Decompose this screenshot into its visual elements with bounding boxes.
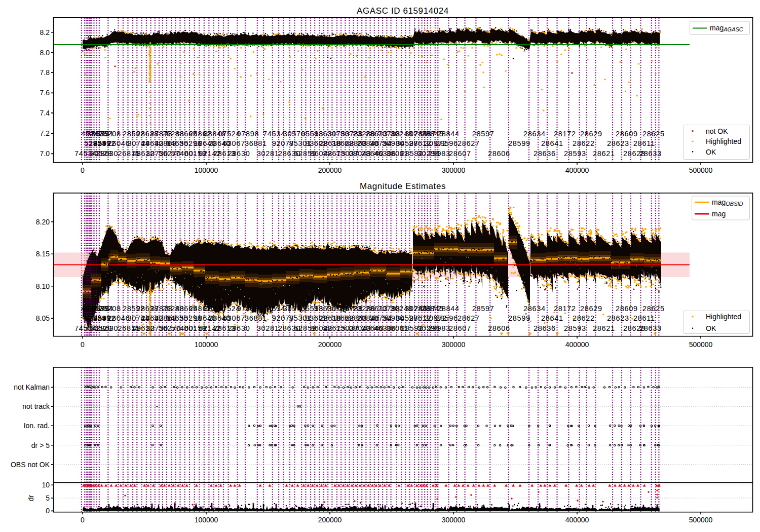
svg-text:8.2: 8.2 (40, 28, 50, 36)
svg-text:100000: 100000 (195, 516, 218, 524)
svg-text:500000: 500000 (689, 340, 713, 349)
svg-text:29983: 29983 (428, 149, 450, 158)
svg-text:Highlighted: Highlighted (706, 313, 741, 321)
svg-text:28172: 28172 (554, 305, 576, 313)
svg-text:not Kalman: not Kalman (14, 383, 50, 391)
svg-text:74534: 74534 (263, 305, 285, 313)
svg-text:Magnitude Estimates: Magnitude Estimates (360, 181, 446, 191)
svg-text:28627: 28627 (458, 139, 480, 147)
svg-text:28634: 28634 (523, 130, 546, 138)
svg-text:36881: 36881 (245, 139, 267, 147)
svg-text:97898: 97898 (237, 305, 259, 313)
svg-text:28634: 28634 (523, 305, 546, 313)
svg-text:Highlighted: Highlighted (706, 137, 741, 145)
svg-text:28596: 28596 (436, 139, 458, 147)
svg-text:8.05: 8.05 (36, 314, 50, 322)
svg-text:63067: 63067 (223, 314, 245, 322)
svg-text:28621: 28621 (593, 149, 615, 158)
svg-text:OBS not OK: OBS not OK (11, 461, 50, 469)
svg-text:74534: 74534 (263, 130, 285, 138)
svg-text:300000: 300000 (442, 516, 466, 524)
svg-text:36881: 36881 (245, 314, 267, 322)
svg-text:5: 5 (46, 494, 50, 502)
svg-text:28622: 28622 (573, 139, 595, 147)
svg-text:28636: 28636 (534, 149, 556, 158)
svg-text:28633: 28633 (639, 149, 662, 158)
svg-text:28630: 28630 (96, 149, 119, 158)
svg-text:8.10: 8.10 (36, 282, 50, 290)
svg-text:26046: 26046 (107, 314, 130, 322)
svg-text:0: 0 (81, 340, 85, 349)
svg-text:300000: 300000 (442, 166, 466, 174)
svg-text:26046: 26046 (107, 139, 130, 147)
svg-text:28627: 28627 (458, 314, 480, 322)
svg-text:28607: 28607 (449, 324, 471, 332)
svg-text:28611: 28611 (633, 314, 655, 322)
svg-text:28623: 28623 (607, 139, 629, 147)
svg-text:8.0: 8.0 (40, 49, 50, 57)
svg-text:28606: 28606 (488, 324, 510, 332)
svg-text:0: 0 (46, 507, 50, 515)
svg-text:28599: 28599 (508, 314, 530, 322)
svg-text:400000: 400000 (565, 166, 589, 174)
svg-text:28593: 28593 (564, 149, 586, 158)
svg-text:28609: 28609 (616, 130, 638, 138)
svg-text:7.2: 7.2 (40, 129, 50, 137)
svg-text:400000: 400000 (565, 516, 589, 524)
svg-text:63067: 63067 (223, 139, 245, 147)
svg-text:AGASC ID 615914024: AGASC ID 615914024 (357, 6, 449, 16)
svg-text:30281: 30281 (257, 324, 279, 332)
svg-text:200000: 200000 (318, 516, 342, 524)
svg-text:OK: OK (706, 148, 716, 156)
svg-text:28629: 28629 (580, 305, 602, 313)
svg-text:200000: 200000 (318, 340, 342, 349)
svg-text:28609: 28609 (616, 305, 638, 313)
svg-text:28593: 28593 (564, 324, 586, 332)
svg-text:10: 10 (42, 481, 50, 489)
svg-text:28623: 28623 (607, 314, 629, 322)
svg-text:28630: 28630 (96, 324, 119, 332)
svg-text:28630: 28630 (228, 149, 250, 158)
svg-text:mag: mag (712, 210, 726, 218)
svg-text:26208: 26208 (99, 130, 121, 138)
svg-text:28629: 28629 (580, 130, 602, 138)
svg-text:28597: 28597 (472, 305, 495, 313)
svg-text:28599: 28599 (508, 139, 530, 147)
svg-text:300000: 300000 (442, 340, 466, 349)
svg-text:500000: 500000 (689, 516, 713, 524)
svg-text:7.0: 7.0 (40, 149, 50, 158)
svg-text:dr > 5: dr > 5 (31, 441, 50, 449)
svg-text:not OK: not OK (706, 127, 728, 135)
svg-text:8.20: 8.20 (36, 218, 50, 226)
svg-text:dr: dr (27, 495, 35, 501)
svg-text:28611: 28611 (633, 139, 655, 147)
svg-text:28844: 28844 (437, 305, 460, 313)
svg-text:28641: 28641 (541, 314, 563, 322)
svg-text:500000: 500000 (689, 166, 713, 174)
svg-text:28172: 28172 (554, 130, 576, 138)
svg-text:28641: 28641 (541, 139, 563, 147)
svg-text:100000: 100000 (195, 166, 218, 174)
svg-text:OK: OK (706, 324, 716, 332)
svg-text:7.4: 7.4 (40, 109, 50, 117)
svg-text:0: 0 (81, 166, 85, 174)
svg-text:28607: 28607 (449, 149, 471, 158)
svg-text:30281: 30281 (257, 149, 279, 158)
svg-text:28606: 28606 (488, 149, 510, 158)
svg-text:28597: 28597 (472, 130, 495, 138)
svg-text:28636: 28636 (534, 324, 556, 332)
svg-text:7.8: 7.8 (40, 68, 50, 77)
svg-text:8.15: 8.15 (36, 250, 50, 258)
svg-text:28622: 28622 (573, 314, 595, 322)
svg-text:28844: 28844 (437, 130, 460, 138)
svg-text:28625: 28625 (642, 305, 665, 313)
svg-text:100000: 100000 (195, 340, 218, 349)
svg-text:28633: 28633 (639, 324, 662, 332)
svg-text:not track: not track (22, 402, 50, 410)
svg-text:400000: 400000 (565, 340, 589, 349)
svg-text:97898: 97898 (237, 130, 259, 138)
svg-text:26208: 26208 (99, 305, 121, 313)
svg-text:28596: 28596 (436, 314, 458, 322)
svg-text:Ion. rad.: Ion. rad. (24, 422, 50, 430)
svg-text:200000: 200000 (318, 166, 342, 174)
